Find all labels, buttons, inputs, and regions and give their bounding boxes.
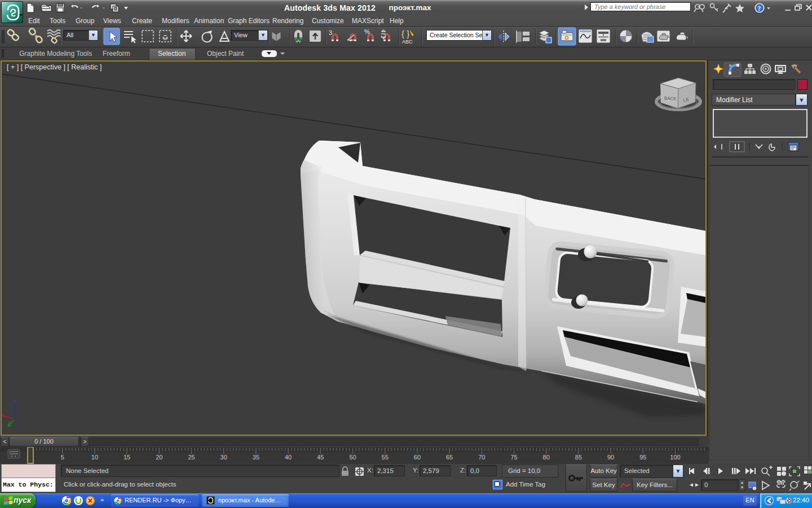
svg-text:65: 65 (446, 454, 453, 461)
svg-text:10: 10 (91, 454, 98, 461)
svg-text:35: 35 (253, 454, 259, 461)
svg-text:BACK: BACK (664, 95, 677, 102)
svg-text:»: » (100, 496, 104, 503)
svg-text:90: 90 (607, 454, 614, 461)
svg-text:y: y (8, 419, 11, 425)
svg-text:85: 85 (575, 454, 582, 461)
svg-text:15: 15 (123, 454, 130, 461)
svg-text:{ }: { } (401, 29, 409, 38)
svg-text:100: 100 (670, 454, 680, 461)
svg-text:75: 75 (510, 454, 517, 461)
svg-text:70: 70 (478, 454, 485, 461)
svg-text:80: 80 (543, 454, 550, 461)
svg-text:5: 5 (61, 454, 64, 461)
svg-text:40: 40 (285, 454, 292, 461)
svg-text:55: 55 (382, 454, 389, 461)
svg-text:25: 25 (188, 454, 195, 461)
svg-text:50: 50 (349, 454, 356, 461)
svg-text:95: 95 (639, 454, 646, 461)
svg-text:ABC: ABC (402, 39, 413, 45)
svg-text:45: 45 (317, 454, 324, 461)
svg-text:3: 3 (329, 29, 332, 36)
svg-text:60: 60 (414, 454, 421, 461)
svg-text:z: z (14, 397, 16, 404)
svg-text:%: % (364, 28, 370, 35)
svg-text:20: 20 (156, 454, 162, 461)
svg-text:?: ? (758, 5, 761, 12)
svg-text:30: 30 (220, 454, 227, 461)
